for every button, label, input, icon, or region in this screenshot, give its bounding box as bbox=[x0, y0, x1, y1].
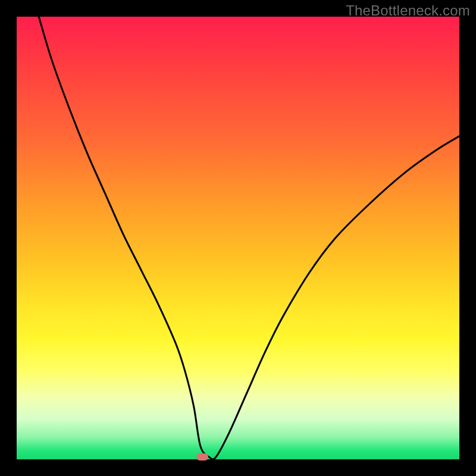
chart-frame: TheBottleneck.com bbox=[0, 0, 476, 476]
minimum-marker bbox=[196, 453, 208, 461]
curve-line bbox=[39, 17, 459, 459]
curve-svg bbox=[17, 17, 459, 459]
plot-area bbox=[17, 17, 459, 459]
watermark-label: TheBottleneck.com bbox=[346, 2, 470, 19]
